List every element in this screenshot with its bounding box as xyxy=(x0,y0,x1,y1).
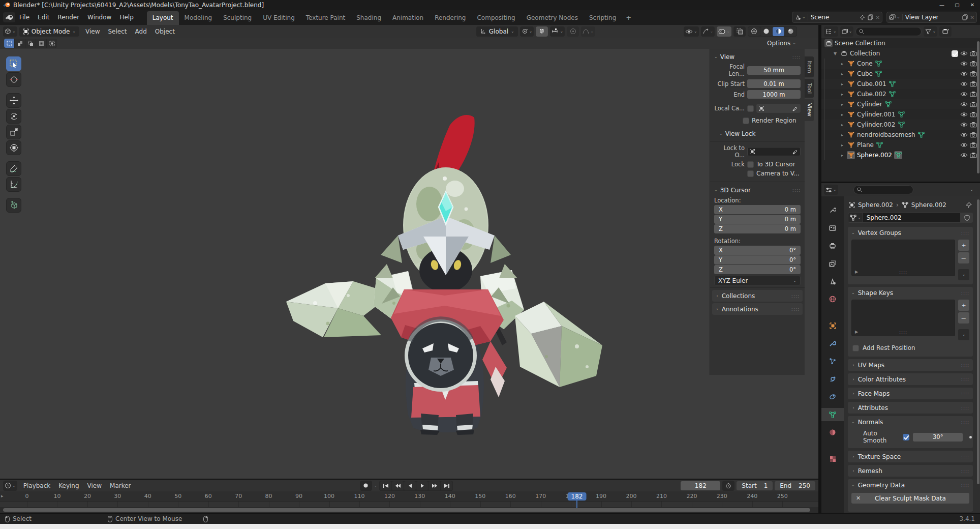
pin-icon[interactable] xyxy=(860,15,865,20)
play-reverse-button[interactable] xyxy=(404,481,416,490)
collection-exclude-checkbox[interactable] xyxy=(952,50,958,57)
hide-viewport-icon[interactable] xyxy=(960,51,968,56)
panel-collections-header[interactable]: ⌄Collections:::: xyxy=(712,290,803,302)
lock-3d-cursor-checkbox[interactable] xyxy=(747,161,754,168)
disable-render-icon[interactable] xyxy=(970,81,977,87)
tab-particles[interactable] xyxy=(821,355,844,368)
panel-face-maps-header[interactable]: ⌄Face Maps:::: xyxy=(848,388,973,399)
menu-item-keying[interactable]: Keying xyxy=(54,481,83,491)
properties-scrollbar[interactable] xyxy=(977,199,979,484)
properties-search-input[interactable] xyxy=(853,185,913,194)
add-vertex-group-button[interactable]: ＋ xyxy=(958,240,969,251)
axis-value-field[interactable]: Y 0 m xyxy=(714,215,801,224)
pin-icon[interactable] xyxy=(966,202,972,208)
timeline-track[interactable] xyxy=(0,502,818,507)
prev-keyframe-button[interactable] xyxy=(392,481,404,490)
disclosure-arrow-icon[interactable]: ▸ xyxy=(840,92,845,97)
outliner-item-row[interactable]: ▸ Cylinder.001 xyxy=(821,109,980,120)
disclosure-arrow-icon[interactable]: ▸ xyxy=(840,102,845,107)
focal-length-field[interactable]: 50 mm xyxy=(747,66,801,75)
menu-item-file[interactable]: File xyxy=(15,12,34,22)
data-name-field[interactable]: Sphere.002 xyxy=(863,213,961,223)
tab-object-data[interactable] xyxy=(821,408,844,421)
gizmos-dropdown[interactable]: ⌄ xyxy=(701,26,715,37)
breadcrumb-data[interactable]: Sphere.002 xyxy=(911,201,946,209)
panel-view-header[interactable]: ⌄View:::: xyxy=(710,51,805,63)
outliner-item-row[interactable]: ▸ nendroidbasemesh xyxy=(821,130,980,140)
tab-output[interactable] xyxy=(821,239,844,252)
animate-property-dot[interactable] xyxy=(969,436,972,438)
options-dropdown[interactable]: Options ⌄ xyxy=(767,40,796,47)
select-set-button[interactable] xyxy=(4,39,14,48)
timeline-ruler[interactable]: 0102030405060708090100110120130140150160… xyxy=(0,491,818,502)
menu-item-edit[interactable]: Edit xyxy=(34,12,53,22)
ws-tab-rendering[interactable]: Rendering xyxy=(429,11,471,25)
panel-geometry-data-header[interactable]: ⌄Geometry Data:::: xyxy=(848,479,973,491)
panel-shape-keys-header[interactable]: ⌄Shape Keys:::: xyxy=(848,287,973,299)
menu-item-view[interactable]: View xyxy=(81,26,104,37)
axis-value-field[interactable]: Z 0 m xyxy=(714,224,801,233)
panel-color-attributes-header[interactable]: ⌄Color Attributes:::: xyxy=(848,373,973,385)
proportional-editing-toggle[interactable] xyxy=(567,26,579,37)
menu-item-window[interactable]: Window xyxy=(83,12,115,22)
axis-value-field[interactable]: Z 0° xyxy=(714,265,801,274)
hide-viewport-icon[interactable] xyxy=(960,71,968,76)
tab-object[interactable] xyxy=(821,319,844,332)
outliner-item-row[interactable]: ▸ Cone xyxy=(821,58,980,69)
play-button[interactable] xyxy=(416,481,428,490)
auto-keying-toggle[interactable] xyxy=(360,481,372,491)
xray-toggle[interactable] xyxy=(733,26,746,37)
snap-settings-dropdown[interactable]: ⌄ xyxy=(550,26,565,37)
remove-vertex-group-button[interactable]: − xyxy=(958,252,969,263)
panel-remesh-header[interactable]: ⌄Remesh:::: xyxy=(848,465,973,477)
new-view-layer-icon[interactable] xyxy=(962,14,968,20)
next-keyframe-button[interactable] xyxy=(428,481,440,490)
fake-user-shield-icon[interactable] xyxy=(961,213,973,223)
shape-keys-list[interactable]: ▶:::: xyxy=(851,300,955,336)
scene-selector[interactable]: ⌄ Scene ✕ xyxy=(792,12,882,23)
hide-viewport-icon[interactable] xyxy=(960,142,968,148)
current-frame-field[interactable]: 182 xyxy=(681,481,720,490)
add-workspace-button[interactable]: + xyxy=(622,14,635,21)
shape-key-specials-button[interactable]: ⌄ xyxy=(958,329,969,340)
editor-type-button[interactable]: ⌄ xyxy=(3,26,17,37)
tab-world[interactable] xyxy=(821,292,844,306)
menu-item-help[interactable]: Help xyxy=(115,12,137,22)
blender-menu-icon[interactable] xyxy=(3,12,15,22)
tool-annotate[interactable] xyxy=(6,161,21,176)
local-camera-checkbox[interactable] xyxy=(747,105,754,112)
ws-tab-sculpting[interactable]: Sculpting xyxy=(218,11,257,25)
outliner-search-input[interactable] xyxy=(855,27,922,36)
menu-item-view[interactable]: View xyxy=(83,481,106,491)
ws-tab-layout[interactable]: Layout xyxy=(147,11,179,25)
sidebar-tab-item[interactable]: Item xyxy=(805,56,814,77)
outliner-editor-type-button[interactable]: ⌄ xyxy=(824,26,838,37)
tool-add-cube[interactable] xyxy=(6,198,21,213)
playhead-frame-badge[interactable]: 182 xyxy=(568,492,587,501)
jump-to-start-button[interactable] xyxy=(380,481,391,490)
tab-view-layer[interactable] xyxy=(821,257,844,270)
render-region-checkbox[interactable] xyxy=(743,117,749,124)
camera-to-view-checkbox[interactable] xyxy=(747,170,754,177)
panel-3d-cursor-header[interactable]: ⌄3D Cursor:::: xyxy=(710,184,805,196)
breadcrumb-object[interactable]: Sphere.002 xyxy=(858,201,893,209)
tool-select-box[interactable] xyxy=(6,56,21,71)
axis-value-field[interactable]: X 0 m xyxy=(714,205,801,214)
tool-rotate[interactable] xyxy=(6,109,21,124)
disclosure-arrow-icon[interactable]: ▸ xyxy=(840,133,845,137)
select-subtract-button[interactable] xyxy=(25,39,36,48)
outliner-item-row[interactable]: ▸ Cube.002 xyxy=(821,89,980,99)
hide-viewport-icon[interactable] xyxy=(960,102,968,107)
clip-start-field[interactable]: 0.01 m xyxy=(747,79,801,88)
hide-viewport-icon[interactable] xyxy=(960,81,968,86)
add-rest-position-checkbox[interactable] xyxy=(852,345,859,351)
menu-item-marker[interactable]: Marker xyxy=(106,481,135,491)
outliner-item-row[interactable]: ▸ Cylinder xyxy=(821,99,980,109)
outliner-scrollbar[interactable] xyxy=(977,41,979,173)
transform-orientation-dropdown[interactable]: Global ⌄ xyxy=(476,26,518,37)
tab-render[interactable] xyxy=(821,221,844,234)
overlays-dropdown[interactable]: ⌄ xyxy=(717,26,731,37)
tool-measure[interactable] xyxy=(6,177,21,192)
menu-item-object[interactable]: Object xyxy=(151,26,179,37)
sidebar-tab-view[interactable]: View xyxy=(805,99,814,121)
